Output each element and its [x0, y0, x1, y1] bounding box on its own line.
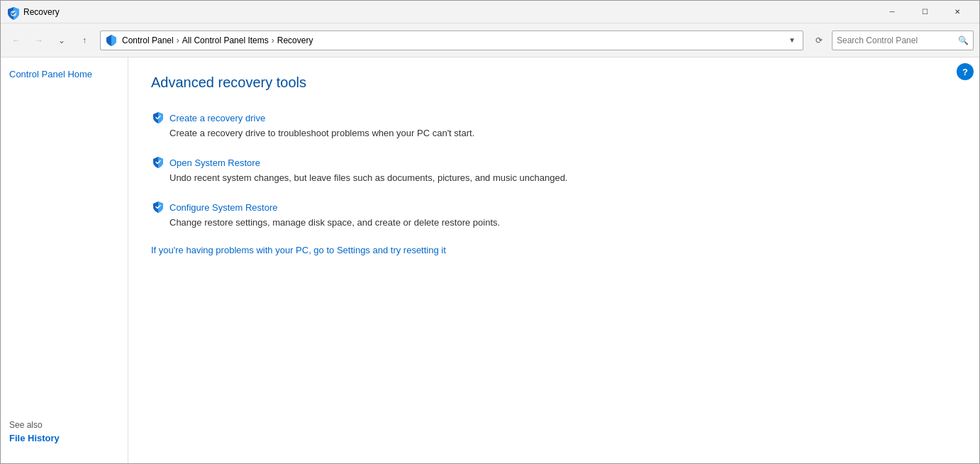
help-button[interactable]: ? — [957, 63, 974, 80]
create-recovery-drive-desc: Create a recovery drive to troubleshoot … — [169, 128, 957, 138]
option-link-row-3: Configure System Restore — [151, 200, 957, 214]
open-system-restore-link[interactable]: Open System Restore — [169, 158, 260, 168]
address-path: Control Panel › All Control Panel Items … — [122, 35, 786, 45]
search-bar[interactable]: 🔍 — [832, 31, 974, 50]
reset-pc-link[interactable]: If you're having problems with your PC, … — [151, 245, 957, 255]
control-panel-home-link[interactable]: Control Panel Home — [9, 69, 119, 79]
address-part-1: Control Panel — [122, 35, 174, 45]
search-input[interactable] — [837, 35, 958, 45]
minimize-button[interactable]: ─ — [876, 1, 908, 23]
main-content: Advanced recovery tools Create a recover… — [128, 57, 979, 463]
shield-icon-3 — [151, 200, 165, 214]
forward-button[interactable]: → — [29, 31, 49, 50]
content-area: Control Panel Home See also File History… — [1, 57, 979, 463]
option-create-recovery-drive: Create a recovery drive Create a recover… — [151, 111, 957, 138]
window-icon — [6, 6, 18, 18]
maximize-button[interactable]: ☐ — [908, 1, 941, 23]
configure-system-restore-link[interactable]: Configure System Restore — [169, 202, 277, 213]
title-bar: Recovery ─ ☐ ✕ — [1, 1, 979, 23]
back-button[interactable]: ← — [6, 31, 26, 50]
window-title: Recovery — [23, 7, 876, 17]
close-button[interactable]: ✕ — [941, 1, 974, 23]
address-part-3: Recovery — [277, 35, 313, 45]
main-window: Recovery ─ ☐ ✕ ← → ⌄ ↑ Control Panel › A… — [0, 0, 980, 464]
option-link-row-2: Open System Restore — [151, 155, 957, 170]
sidebar: Control Panel Home See also File History — [1, 57, 128, 463]
recent-locations-button[interactable]: ⌄ — [52, 31, 72, 50]
window-controls: ─ ☐ ✕ — [876, 1, 974, 23]
configure-system-restore-desc: Change restore settings, manage disk spa… — [169, 217, 957, 228]
create-recovery-drive-link[interactable]: Create a recovery drive — [169, 113, 265, 123]
sidebar-bottom: See also File History — [9, 420, 60, 449]
open-system-restore-desc: Undo recent system changes, but leave fi… — [169, 172, 957, 183]
option-open-system-restore: Open System Restore Undo recent system c… — [151, 155, 957, 183]
shield-icon-1 — [151, 111, 165, 125]
address-bar-icon — [105, 34, 118, 47]
file-history-link[interactable]: File History — [9, 433, 60, 443]
refresh-button[interactable]: ⟳ — [809, 31, 829, 50]
address-part-2: All Control Panel Items — [182, 35, 269, 45]
nav-bar: ← → ⌄ ↑ Control Panel › All Control Pane… — [1, 23, 979, 57]
page-title: Advanced recovery tools — [151, 74, 957, 91]
shield-icon-2 — [151, 155, 165, 170]
address-bar[interactable]: Control Panel › All Control Panel Items … — [100, 31, 803, 50]
option-configure-system-restore: Configure System Restore Change restore … — [151, 200, 957, 228]
option-link-row-1: Create a recovery drive — [151, 111, 957, 125]
up-button[interactable]: ↑ — [74, 31, 94, 50]
address-dropdown-button[interactable]: ▼ — [786, 34, 798, 47]
see-also-label: See also — [9, 420, 60, 430]
search-icon[interactable]: 🔍 — [958, 35, 969, 45]
